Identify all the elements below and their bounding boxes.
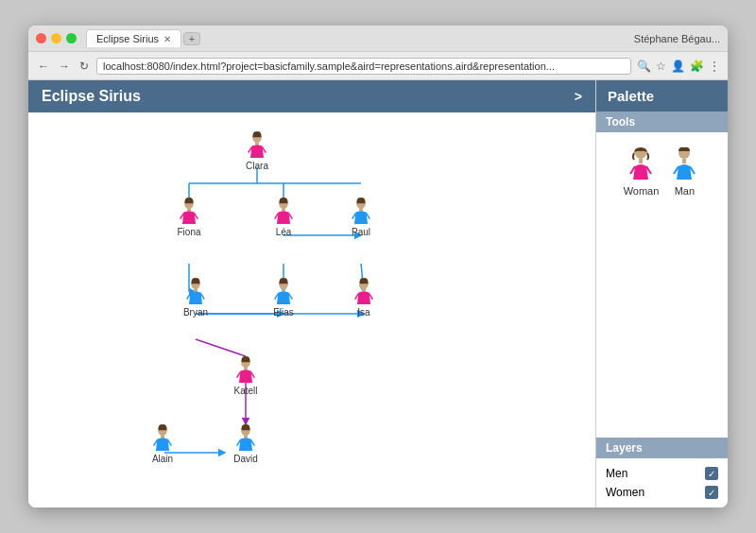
canvas-area[interactable]: Clara Fiona Léa Paul Bryan Elias [28,112,595,507]
palette-panel: Palette Tools [595,80,728,507]
women-layer-label: Women [606,486,644,499]
man-tool[interactable]: Man [668,146,700,197]
extensions-icon[interactable]: 🧩 [690,60,704,73]
palette-layers: Layers Men ✓ Women ✓ [596,438,728,507]
node-paul[interactable]: Paul [340,198,382,237]
svg-line-9 [196,339,246,356]
svg-rect-57 [682,159,686,163]
node-bryan[interactable]: Bryan [175,278,216,318]
tab-label: Eclipse Sirius [96,33,159,44]
node-label-isa: Isa [357,307,369,318]
address-bar: ← → ↻ 🔍 ☆ 👤 🧩 ⋮ [28,52,728,80]
node-elias[interactable]: Elias [263,278,304,318]
women-layer-checkbox[interactable]: ✓ [705,486,718,499]
man-tool-label: Man [675,185,695,197]
title-bar: Eclipse Sirius ✕ + Stéphane Bégau... [28,26,728,52]
address-input[interactable] [96,58,631,75]
node-label-alain: Alain [152,454,173,464]
layers-section-label: Layers [596,438,728,458]
new-tab-button[interactable]: + [183,32,200,45]
tab-bar: Eclipse Sirius ✕ + [86,29,634,47]
back-button[interactable]: ← [36,60,51,73]
women-layer: Women ✓ [606,483,718,502]
reload-button[interactable]: ↻ [77,60,91,73]
user-label: Stéphane Bégau... [634,33,720,44]
forward-button[interactable]: → [57,60,72,73]
user-icon[interactable]: 👤 [671,60,685,73]
active-tab[interactable]: Eclipse Sirius ✕ [86,29,181,47]
node-david[interactable]: David [225,424,266,464]
node-isa[interactable]: Isa [343,278,385,318]
svg-rect-55 [639,159,643,163]
node-clara[interactable]: Clara [236,131,278,171]
minimize-button[interactable] [51,33,61,43]
palette-tools: Woman M [596,132,728,210]
node-label-elias: Elias [273,307,294,318]
node-label-david: David [233,454,258,464]
app-header: Eclipse Sirius > [28,80,595,112]
menu-icon[interactable]: ⋮ [709,60,720,73]
tools-section-label: Tools [596,112,728,132]
node-lea[interactable]: Léa [263,198,304,237]
node-label-clara: Clara [246,161,268,171]
app-title: Eclipse Sirius [42,88,141,105]
men-layer-checkbox[interactable]: ✓ [705,467,718,480]
node-label-paul: Paul [352,227,370,237]
woman-tool-label: Woman [624,185,660,197]
expand-button[interactable]: > [575,89,582,104]
close-button[interactable] [36,33,46,43]
main-panel: Eclipse Sirius > [28,80,595,507]
men-layer-label: Men [606,467,627,480]
traffic-lights [36,33,77,43]
layer-items: Men ✓ Women ✓ [596,458,728,507]
app-area: Eclipse Sirius > [28,80,728,507]
node-label-fiona: Fiona [177,227,200,237]
tab-close-icon[interactable]: ✕ [163,34,171,44]
bookmark-icon[interactable]: ☆ [656,60,666,73]
men-layer: Men ✓ [606,464,718,483]
node-label-lea: Léa [276,227,292,237]
node-katell[interactable]: Katell [225,356,266,396]
man-icon [668,146,700,181]
palette-header: Palette [596,80,728,112]
node-label-bryan: Bryan [183,307,208,318]
search-icon[interactable]: 🔍 [637,60,651,73]
woman-tool[interactable]: Woman [624,146,660,197]
woman-icon [625,146,657,181]
address-icons: 🔍 ☆ 👤 🧩 ⋮ [637,60,720,73]
node-label-katell: Katell [233,386,257,396]
diagram-connections [28,112,595,507]
browser-window: Eclipse Sirius ✕ + Stéphane Bégau... ← →… [28,26,728,507]
node-alain[interactable]: Alain [142,424,183,464]
node-fiona[interactable]: Fiona [168,198,210,237]
maximize-button[interactable] [66,33,77,43]
